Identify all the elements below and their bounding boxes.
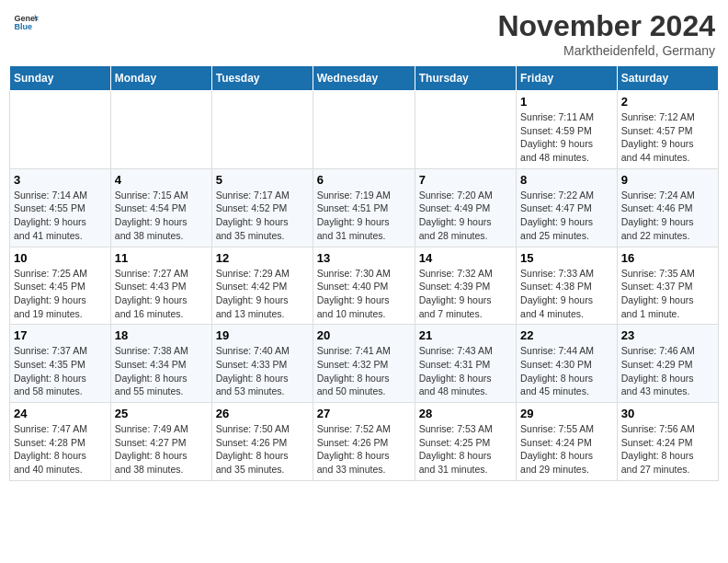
day-cell: 2Sunrise: 7:12 AM Sunset: 4:57 PM Daylig…: [617, 91, 718, 169]
day-info: Sunrise: 7:12 AM Sunset: 4:57 PM Dayligh…: [621, 110, 714, 165]
day-number: 1: [520, 95, 613, 109]
day-info: Sunrise: 7:29 AM Sunset: 4:42 PM Dayligh…: [216, 267, 309, 321]
day-info: Sunrise: 7:50 AM Sunset: 4:26 PM Dayligh…: [216, 422, 309, 477]
day-cell: 13Sunrise: 7:30 AM Sunset: 4:40 PM Dayli…: [313, 247, 415, 325]
day-number: 12: [216, 251, 309, 265]
day-info: Sunrise: 7:47 AM Sunset: 4:28 PM Dayligh…: [14, 422, 107, 477]
day-cell: 15Sunrise: 7:33 AM Sunset: 4:38 PM Dayli…: [517, 247, 618, 325]
page-header: General Blue November 2024 Marktheidenfe…: [9, 9, 719, 58]
day-info: Sunrise: 7:53 AM Sunset: 4:25 PM Dayligh…: [419, 422, 512, 477]
day-cell: 6Sunrise: 7:19 AM Sunset: 4:51 PM Daylig…: [313, 168, 415, 247]
day-cell: 3Sunrise: 7:14 AM Sunset: 4:55 PM Daylig…: [10, 168, 111, 247]
day-info: Sunrise: 7:19 AM Sunset: 4:51 PM Dayligh…: [317, 189, 411, 243]
day-cell: 16Sunrise: 7:35 AM Sunset: 4:37 PM Dayli…: [617, 247, 718, 325]
day-info: Sunrise: 7:20 AM Sunset: 4:49 PM Dayligh…: [419, 189, 512, 243]
day-info: Sunrise: 7:33 AM Sunset: 4:38 PM Dayligh…: [520, 267, 613, 321]
week-row-4: 17Sunrise: 7:37 AM Sunset: 4:35 PM Dayli…: [10, 325, 719, 403]
day-info: Sunrise: 7:49 AM Sunset: 4:27 PM Dayligh…: [115, 422, 208, 477]
day-info: Sunrise: 7:32 AM Sunset: 4:39 PM Dayligh…: [419, 267, 512, 321]
day-number: 15: [520, 251, 613, 265]
day-info: Sunrise: 7:40 AM Sunset: 4:33 PM Dayligh…: [216, 344, 309, 398]
day-cell: [313, 91, 415, 169]
day-cell: [211, 91, 313, 169]
day-number: 19: [216, 328, 309, 342]
day-number: 13: [317, 251, 411, 265]
week-row-2: 3Sunrise: 7:14 AM Sunset: 4:55 PM Daylig…: [10, 168, 719, 247]
day-cell: 9Sunrise: 7:24 AM Sunset: 4:46 PM Daylig…: [617, 168, 718, 247]
day-number: 25: [115, 407, 208, 420]
day-number: 16: [621, 251, 714, 265]
day-number: 21: [419, 328, 512, 342]
day-number: 8: [520, 173, 613, 187]
day-number: 5: [216, 173, 309, 187]
day-cell: 11Sunrise: 7:27 AM Sunset: 4:43 PM Dayli…: [110, 247, 211, 325]
day-info: Sunrise: 7:52 AM Sunset: 4:26 PM Dayligh…: [317, 422, 411, 477]
day-number: 2: [621, 95, 714, 109]
day-number: 9: [621, 173, 714, 187]
day-number: 18: [115, 328, 208, 342]
day-cell: 18Sunrise: 7:38 AM Sunset: 4:34 PM Dayli…: [110, 325, 211, 403]
day-cell: 17Sunrise: 7:37 AM Sunset: 4:35 PM Dayli…: [10, 325, 111, 403]
weekday-header-tuesday: Tuesday: [211, 66, 313, 91]
week-row-3: 10Sunrise: 7:25 AM Sunset: 4:45 PM Dayli…: [10, 247, 719, 325]
weekday-header-thursday: Thursday: [415, 66, 516, 91]
calendar-table: SundayMondayTuesdayWednesdayThursdayFrid…: [9, 65, 719, 481]
day-cell: 23Sunrise: 7:46 AM Sunset: 4:29 PM Dayli…: [617, 325, 718, 403]
day-cell: 5Sunrise: 7:17 AM Sunset: 4:52 PM Daylig…: [211, 168, 313, 247]
day-info: Sunrise: 7:24 AM Sunset: 4:46 PM Dayligh…: [621, 189, 714, 243]
day-cell: 29Sunrise: 7:55 AM Sunset: 4:24 PM Dayli…: [517, 403, 618, 481]
day-cell: 28Sunrise: 7:53 AM Sunset: 4:25 PM Dayli…: [415, 403, 516, 481]
day-cell: 22Sunrise: 7:44 AM Sunset: 4:30 PM Dayli…: [517, 325, 618, 403]
day-info: Sunrise: 7:30 AM Sunset: 4:40 PM Dayligh…: [317, 267, 411, 321]
day-number: 20: [317, 328, 411, 342]
day-info: Sunrise: 7:11 AM Sunset: 4:59 PM Dayligh…: [520, 110, 613, 165]
day-cell: 10Sunrise: 7:25 AM Sunset: 4:45 PM Dayli…: [10, 247, 111, 325]
day-number: 17: [14, 328, 107, 342]
day-number: 23: [621, 328, 714, 342]
day-info: Sunrise: 7:25 AM Sunset: 4:45 PM Dayligh…: [14, 267, 107, 321]
day-number: 4: [115, 173, 208, 187]
weekday-header-friday: Friday: [517, 66, 618, 91]
day-info: Sunrise: 7:44 AM Sunset: 4:30 PM Dayligh…: [520, 344, 613, 398]
day-cell: 25Sunrise: 7:49 AM Sunset: 4:27 PM Dayli…: [110, 403, 211, 481]
day-cell: 26Sunrise: 7:50 AM Sunset: 4:26 PM Dayli…: [211, 403, 313, 481]
month-title: November 2024: [497, 9, 715, 43]
location: Marktheidenfeld, Germany: [497, 43, 715, 58]
day-info: Sunrise: 7:15 AM Sunset: 4:54 PM Dayligh…: [115, 189, 208, 243]
logo: General Blue: [13, 9, 39, 35]
day-number: 6: [317, 173, 411, 187]
weekday-header-monday: Monday: [110, 66, 211, 91]
day-number: 3: [14, 173, 107, 187]
logo-icon: General Blue: [13, 9, 39, 35]
day-cell: [415, 91, 516, 169]
title-block: November 2024 Marktheidenfeld, Germany: [497, 9, 715, 58]
day-number: 30: [621, 407, 714, 420]
day-number: 11: [115, 251, 208, 265]
day-cell: 7Sunrise: 7:20 AM Sunset: 4:49 PM Daylig…: [415, 168, 516, 247]
day-info: Sunrise: 7:56 AM Sunset: 4:24 PM Dayligh…: [621, 422, 714, 477]
day-cell: 21Sunrise: 7:43 AM Sunset: 4:31 PM Dayli…: [415, 325, 516, 403]
day-info: Sunrise: 7:17 AM Sunset: 4:52 PM Dayligh…: [216, 189, 309, 243]
day-number: 26: [216, 407, 309, 420]
day-number: 22: [520, 328, 613, 342]
day-number: 29: [520, 407, 613, 420]
day-cell: 24Sunrise: 7:47 AM Sunset: 4:28 PM Dayli…: [10, 403, 111, 481]
day-cell: 8Sunrise: 7:22 AM Sunset: 4:47 PM Daylig…: [517, 168, 618, 247]
day-info: Sunrise: 7:35 AM Sunset: 4:37 PM Dayligh…: [621, 267, 714, 321]
day-info: Sunrise: 7:46 AM Sunset: 4:29 PM Dayligh…: [621, 344, 714, 398]
week-row-1: 1Sunrise: 7:11 AM Sunset: 4:59 PM Daylig…: [10, 91, 719, 169]
day-cell: 12Sunrise: 7:29 AM Sunset: 4:42 PM Dayli…: [211, 247, 313, 325]
week-row-5: 24Sunrise: 7:47 AM Sunset: 4:28 PM Dayli…: [10, 403, 719, 481]
day-info: Sunrise: 7:38 AM Sunset: 4:34 PM Dayligh…: [115, 344, 208, 398]
day-cell: 27Sunrise: 7:52 AM Sunset: 4:26 PM Dayli…: [313, 403, 415, 481]
day-info: Sunrise: 7:27 AM Sunset: 4:43 PM Dayligh…: [115, 267, 208, 321]
weekday-header-saturday: Saturday: [617, 66, 718, 91]
day-number: 14: [419, 251, 512, 265]
day-info: Sunrise: 7:43 AM Sunset: 4:31 PM Dayligh…: [419, 344, 512, 398]
day-number: 7: [419, 173, 512, 187]
day-cell: 19Sunrise: 7:40 AM Sunset: 4:33 PM Dayli…: [211, 325, 313, 403]
svg-text:Blue: Blue: [14, 22, 32, 31]
day-info: Sunrise: 7:41 AM Sunset: 4:32 PM Dayligh…: [317, 344, 411, 398]
day-info: Sunrise: 7:22 AM Sunset: 4:47 PM Dayligh…: [520, 189, 613, 243]
day-info: Sunrise: 7:14 AM Sunset: 4:55 PM Dayligh…: [14, 189, 107, 243]
